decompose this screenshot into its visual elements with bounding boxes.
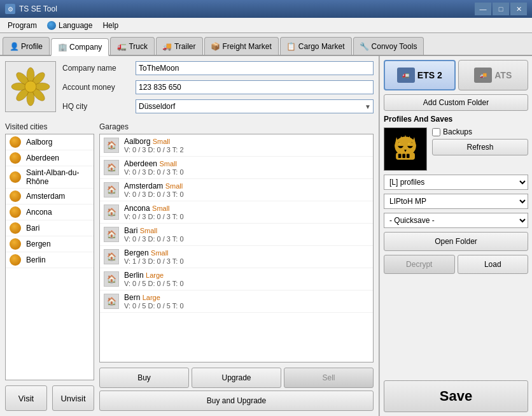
close-button[interactable]: ✕: [510, 3, 527, 15]
backups-label: Backups: [443, 127, 472, 136]
visit-button[interactable]: Visit: [5, 385, 47, 411]
city-dot-icon: [10, 171, 21, 183]
ats-tab[interactable]: 🚚 ATS: [458, 60, 529, 90]
tab-cargo-market[interactable]: 📋 Cargo Market: [280, 37, 352, 55]
city-item[interactable]: Aalborg: [6, 134, 94, 150]
game-tabs: 🚛 ETS 2 🚚 ATS: [384, 60, 528, 90]
upgrade-button[interactable]: Upgrade: [192, 368, 281, 388]
spacer: [384, 278, 528, 377]
add-custom-folder-button[interactable]: Add Custom Folder: [384, 94, 528, 111]
menu-language[interactable]: Language: [42, 20, 97, 31]
tab-truck[interactable]: 🚛 Truck: [110, 37, 155, 55]
left-panel: Company name Account money HQ city Düsse…: [0, 56, 379, 416]
account-money-row: Account money: [62, 80, 374, 94]
hq-city-select-wrap: Düsseldorf Berlin Amsterdam ▼: [136, 99, 374, 113]
tab-profile[interactable]: 👤 Profile: [3, 37, 50, 55]
profiles-area: Backups Refresh: [384, 127, 528, 171]
save-dropdown[interactable]: - Quicksave -: [384, 213, 528, 228]
company-name-input[interactable]: [136, 61, 374, 75]
garage-icon: 🏠: [104, 160, 119, 175]
title-bar: ⚙ TS SE Tool — □ ✕: [0, 0, 532, 18]
sell-button[interactable]: Sell: [284, 368, 374, 388]
tab-freight-market[interactable]: 📦 Freight Market: [204, 37, 279, 55]
garage-icon: 🏠: [104, 227, 119, 242]
hq-city-select[interactable]: Düsseldorf Berlin Amsterdam: [136, 99, 374, 113]
profile-right: Backups Refresh: [432, 127, 528, 155]
garage-item[interactable]: 🏠 Amsterdam Small V: 0 / 3 D: 0 / 3 T: 0: [100, 179, 373, 201]
app-icon: ⚙: [5, 4, 15, 14]
svg-point-8: [25, 81, 36, 92]
garage-item[interactable]: 🏠 Bern Large V: 0 / 5 D: 0 / 5 T: 0: [100, 290, 373, 313]
flower-logo-svg: [10, 66, 52, 108]
visited-cities-header: Visited cities: [5, 122, 94, 131]
city-item[interactable]: Bergen: [6, 236, 94, 252]
hq-city-label: HQ city: [62, 102, 136, 111]
tab-company[interactable]: 🏢 Company: [51, 38, 109, 56]
main-content: Company name Account money HQ city Düsse…: [0, 56, 532, 416]
garages-scroll[interactable]: 🏠 Aalborg Small V: 0 / 3 D: 0 / 3 T: 2 🏠…: [100, 134, 373, 362]
load-button[interactable]: Load: [458, 255, 529, 274]
menu-help[interactable]: Help: [97, 20, 123, 31]
company-section: Company name Account money HQ city Düsse…: [5, 61, 374, 118]
city-dot-icon: [10, 222, 21, 234]
ets2-tab[interactable]: 🚛 ETS 2: [384, 60, 456, 90]
profiles-dropdown[interactable]: [L] profiles: [384, 175, 528, 190]
minimize-button[interactable]: —: [475, 3, 491, 15]
city-item[interactable]: Amsterdam: [6, 189, 94, 204]
save-button[interactable]: Save: [384, 380, 528, 412]
city-item[interactable]: Aberdeen: [6, 150, 94, 166]
city-dot-icon: [10, 152, 21, 164]
refresh-button[interactable]: Refresh: [432, 139, 528, 155]
skull-icon: [388, 131, 423, 167]
visited-cities-scroll[interactable]: Aalborg Aberdeen Saint-Alban-du-Rhône Am…: [6, 134, 94, 380]
city-dot-icon: [10, 136, 21, 148]
menu-bar: Program Language Help: [0, 18, 532, 33]
company-icon: 🏢: [58, 43, 67, 52]
garage-bottom-buttons: Buy Upgrade Sell Buy and Upgrade: [99, 368, 374, 411]
tab-trailer[interactable]: 🚚 Trailer: [156, 37, 203, 55]
buy-and-upgrade-button[interactable]: Buy and Upgrade: [99, 391, 374, 411]
ets2-icon: 🚛: [397, 68, 415, 83]
profile-selected-dropdown[interactable]: LIPtoH MP: [384, 194, 528, 209]
title-text: TS SE Tool: [19, 4, 475, 13]
freight-icon: 📦: [211, 42, 220, 51]
profile-icon: 👤: [10, 42, 18, 51]
globe-icon: [47, 21, 56, 30]
garage-icon: 🏠: [104, 294, 119, 309]
account-money-label: Account money: [62, 83, 136, 92]
decrypt-button[interactable]: Decrypt: [384, 255, 455, 274]
garage-btn-row-1: Buy Upgrade Sell: [99, 368, 374, 388]
garage-item[interactable]: 🏠 Berlin Large V: 0 / 5 D: 0 / 5 T: 0: [100, 268, 373, 290]
menu-program[interactable]: Program: [3, 20, 42, 31]
city-item[interactable]: Saint-Alban-du-Rhône: [6, 166, 94, 189]
garage-item[interactable]: 🏠 Bergen Small V: 1 / 3 D: 0 / 3 T: 0: [100, 246, 373, 268]
open-folder-button[interactable]: Open Folder: [384, 232, 528, 251]
svg-rect-16: [407, 154, 410, 158]
svg-point-17: [398, 143, 400, 145]
garage-item[interactable]: 🏠 Aalborg Small V: 0 / 3 D: 0 / 3 T: 2: [100, 134, 373, 157]
maximize-button[interactable]: □: [493, 3, 509, 15]
garage-item[interactable]: 🏠 Bari Small V: 0 / 3 D: 0 / 3 T: 0: [100, 224, 373, 246]
svg-point-18: [408, 143, 410, 145]
visited-cities-list[interactable]: Aalborg Aberdeen Saint-Alban-du-Rhône Am…: [5, 134, 94, 380]
buy-button[interactable]: Buy: [99, 368, 189, 388]
truck-icon: 🚛: [117, 42, 126, 51]
city-item[interactable]: Bari: [6, 220, 94, 236]
city-item[interactable]: Ancona: [6, 204, 94, 220]
city-item[interactable]: Berlin: [6, 252, 94, 268]
backups-checkbox[interactable]: [432, 128, 440, 136]
garage-item[interactable]: 🏠 Ancona Small V: 0 / 3 D: 0 / 3 T: 0: [100, 201, 373, 224]
account-money-input[interactable]: [136, 80, 374, 94]
garages-section: Garages 🏠 Aalborg Small V: 0 / 3 D: 0 / …: [99, 122, 374, 411]
city-dot-icon: [10, 206, 21, 218]
garages-list[interactable]: 🏠 Aalborg Small V: 0 / 3 D: 0 / 3 T: 2 🏠…: [99, 134, 374, 362]
svg-rect-15: [402, 154, 405, 158]
garage-item[interactable]: 🏠 Aberdeen Small V: 0 / 3 D: 0 / 3 T: 0: [100, 157, 373, 179]
tab-convoy-tools[interactable]: 🔧 Convoy Tools: [353, 37, 424, 55]
company-name-row: Company name: [62, 61, 374, 75]
company-logo: [5, 61, 56, 112]
backups-row: Backups: [432, 127, 528, 136]
trailer-icon: 🚚: [163, 42, 172, 51]
profile-logo: [384, 127, 427, 171]
unvisit-button[interactable]: Unvisit: [52, 385, 94, 411]
